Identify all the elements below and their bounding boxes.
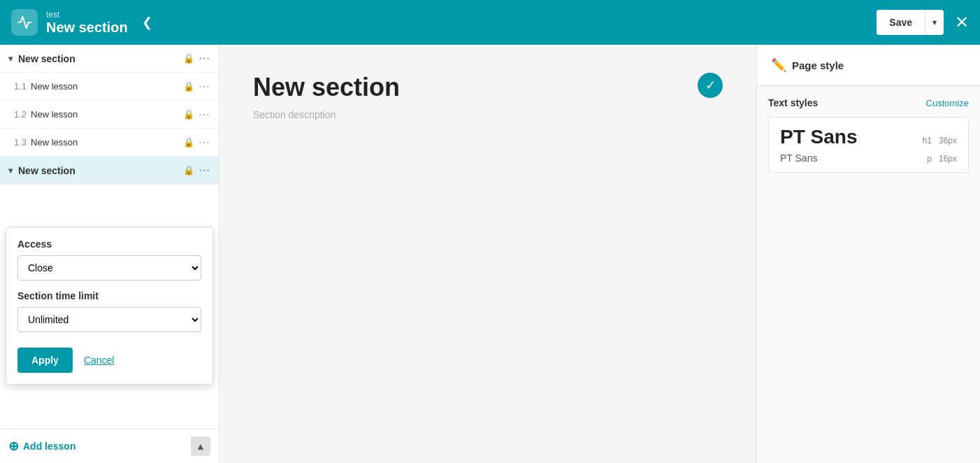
text-styles-header: Text styles Customize — [768, 97, 969, 108]
sidebar-section-2[interactable]: ▾ New section 🔒 ⋯ — [0, 157, 219, 185]
page-style-icon: ✏️ — [771, 57, 786, 73]
apply-button[interactable]: Apply — [17, 348, 73, 373]
sidebar-section-1-label: New section — [18, 53, 183, 64]
close-button[interactable]: ✕ — [955, 13, 969, 32]
lock-icon: 🔒 — [183, 137, 194, 148]
sidebar: ▾ New section 🔒 ⋯ 1.1 New lesson 🔒 ⋯ 1.2 — [0, 45, 219, 463]
customize-link[interactable]: Customize — [926, 98, 969, 108]
collapse-sidebar-button[interactable]: ▲ — [191, 436, 210, 456]
sidebar-section-2-label: New section — [18, 165, 183, 176]
collapse-icon: ▲ — [196, 441, 206, 452]
save-dropdown-button[interactable]: ▾ — [925, 10, 944, 35]
sidebar-footer: ⊕ Add lesson ▲ — [0, 429, 219, 463]
lesson-1-1-label: New lesson — [31, 81, 183, 92]
section-2-actions: 🔒 ⋯ — [183, 164, 210, 177]
font-p-name: PT Sans — [780, 152, 817, 164]
font-p-row: PT Sans p 16px — [780, 152, 957, 164]
header-right: Save ▾ ✕ — [877, 10, 969, 35]
more-options-icon[interactable]: ⋯ — [199, 164, 210, 177]
right-panel: ✏️ Page style Text styles Customize PT S… — [756, 45, 980, 463]
app-header: test New section ❮ Save ▾ ✕ — [0, 0, 980, 45]
chevron-down-icon: ▾ — [8, 54, 13, 64]
header-collapse-button[interactable]: ❮ — [142, 15, 152, 30]
header-left: test New section ❮ — [11, 9, 152, 36]
content-title: New section — [253, 73, 723, 102]
text-styles-label: Text styles — [768, 97, 818, 108]
sidebar-lesson-1-2[interactable]: 1.2 New lesson 🔒 ⋯ — [0, 101, 219, 129]
lock-icon: 🔒 — [183, 109, 194, 120]
font-h1-row: PT Sans h1 36px — [780, 126, 957, 148]
main-layout: ▾ New section 🔒 ⋯ 1.1 New lesson 🔒 ⋯ 1.2 — [0, 45, 980, 463]
more-options-icon[interactable]: ⋯ — [199, 80, 210, 93]
time-limit-label: Section time limit — [17, 290, 201, 301]
sidebar-lesson-1-1[interactable]: 1.1 New lesson 🔒 ⋯ — [0, 73, 219, 101]
lock-icon: 🔒 — [183, 81, 194, 92]
lesson-1-3-actions: 🔒 ⋯ — [183, 136, 210, 149]
sidebar-section-1[interactable]: ▾ New section 🔒 ⋯ — [0, 45, 219, 73]
lock-icon: 🔒 — [183, 53, 194, 64]
text-styles-section: Text styles Customize PT Sans h1 36px PT… — [757, 86, 980, 184]
more-options-icon[interactable]: ⋯ — [199, 108, 210, 121]
font-h1-name: PT Sans — [780, 126, 857, 148]
add-lesson-label: Add lesson — [23, 441, 75, 452]
lock-icon: 🔒 — [183, 165, 194, 176]
content-description: Section description — [253, 109, 723, 120]
add-lesson-button[interactable]: ⊕ Add lesson — [8, 439, 75, 454]
lesson-1-3-label: New lesson — [31, 137, 183, 148]
check-icon: ✓ — [698, 73, 723, 98]
cancel-link[interactable]: Cancel — [84, 355, 115, 366]
chevron-right-icon: ▾ — [8, 166, 13, 176]
lesson-1-2-actions: 🔒 ⋯ — [183, 108, 210, 121]
app-logo — [11, 9, 38, 36]
sidebar-content: ▾ New section 🔒 ⋯ 1.1 New lesson 🔒 ⋯ 1.2 — [0, 45, 219, 429]
lesson-1-1-actions: 🔒 ⋯ — [183, 80, 210, 93]
lesson-1-2-label: New lesson — [31, 109, 183, 120]
content-area: New section Section description ✓ — [219, 45, 756, 463]
section-1-actions: 🔒 ⋯ — [183, 52, 210, 65]
more-options-icon[interactable]: ⋯ — [199, 52, 210, 65]
access-select[interactable]: Close Open Drip — [17, 255, 201, 280]
lesson-number: 1.3 — [14, 137, 27, 148]
access-popup: Access Close Open Drip Section time limi… — [6, 227, 213, 385]
right-panel-header: ✏️ Page style — [757, 45, 980, 86]
lesson-number: 1.2 — [14, 109, 27, 120]
time-limit-select[interactable]: Unlimited 1 day 7 days 30 days — [17, 307, 201, 332]
header-main-title: New section — [46, 20, 128, 36]
popup-actions: Apply Cancel — [17, 348, 201, 373]
page-style-title: Page style — [792, 59, 844, 71]
sidebar-lesson-1-3[interactable]: 1.3 New lesson 🔒 ⋯ — [0, 129, 219, 157]
font-preview-box: PT Sans h1 36px PT Sans p 16px — [768, 117, 969, 173]
font-p-meta: p 16px — [927, 154, 957, 164]
font-h1-meta: h1 36px — [923, 136, 957, 145]
add-lesson-icon: ⊕ — [8, 439, 19, 454]
access-label: Access — [17, 238, 201, 250]
lesson-number: 1.1 — [14, 81, 27, 92]
header-subtitle: test — [46, 10, 128, 20]
header-title: test New section — [46, 10, 128, 36]
more-options-icon[interactable]: ⋯ — [199, 136, 210, 149]
save-button[interactable]: Save — [877, 10, 925, 35]
